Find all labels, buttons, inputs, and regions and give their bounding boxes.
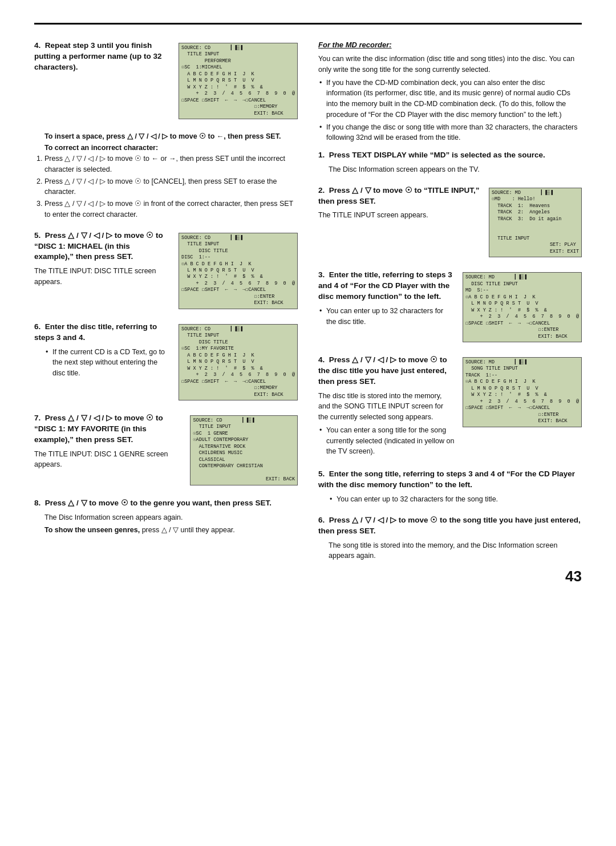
md-step-3-text: 3. Enter the title, referring to steps 3…: [318, 270, 455, 329]
md-step-3-lcd-area: SOURCE: MD ▎▐▒▐ DISC TITLE INPUT MD S:--…: [463, 270, 582, 345]
for-md-title: For the MD recorder:: [318, 41, 582, 49]
md-step-6-heading: 6. Press △ / ▽ / ◁ / ▷ to move ☉ to the …: [318, 515, 582, 537]
right-column: For the MD recorder: You can write the d…: [318, 41, 582, 572]
step-8-note1: The Disc Information screen appears agai…: [44, 512, 298, 523]
step-6-with-lcd: 6. Enter the disc title, referring to st…: [34, 322, 298, 403]
step-4-heading: 4. Repeat step 3 until you finish puttin…: [34, 41, 171, 73]
top-border: [34, 23, 582, 25]
md-step-1-heading: 1. Press TEXT DISPLAY while “MD” is sele…: [318, 150, 582, 161]
step-4-lcd-area: SOURCE: CD ▎▐▒▐ TITLE INPUT PERFORMER ☉S…: [179, 41, 298, 122]
step-5-with-lcd: 5. Press △ / ▽ / ◁ / ▷ to move ☉ to “DIS…: [34, 230, 298, 311]
step-4-text: 4. Repeat step 3 until you finish puttin…: [34, 41, 171, 76]
step-4-sub2: To correct an incorrect character:: [44, 144, 298, 152]
md-step-4-note1: The disc title is stored into the memory…: [318, 391, 455, 423]
step-4-block: 4. Repeat step 3 until you finish puttin…: [34, 41, 298, 220]
md-step-5-bullet: You can enter up to 32 characters for th…: [329, 494, 582, 505]
step-7-block: 7. Press △ / ▽ / ◁ / ▷ to move ☉ to “DIS…: [34, 413, 298, 488]
step-5-note: The TITLE INPUT: DISC TITLE screen appea…: [34, 266, 171, 288]
step-7-lcd: SOURCE: CD ▎▐▒▐ TITLE INPUT ☉SC 1 GENRE …: [190, 415, 298, 485]
md-step-2-note: The TITLE INPUT screen appears.: [318, 210, 481, 221]
md-step-6-block: 6. Press △ / ▽ / ◁ / ▷ to move ☉ to the …: [318, 515, 582, 561]
md-step-3-with-lcd: 3. Enter the title, referring to steps 3…: [318, 270, 582, 345]
step-5-block: 5. Press △ / ▽ / ◁ / ▷ to move ☉ to “DIS…: [34, 230, 298, 311]
step-6-bullet: If the current CD is a CD Text, go to th…: [44, 347, 171, 379]
two-column-layout: 4. Repeat step 3 until you finish puttin…: [34, 41, 582, 572]
page-container: 4. Repeat step 3 until you finish puttin…: [0, 0, 616, 606]
md-step-1-note: The Disc Information screen appears on t…: [329, 164, 582, 175]
step-5-lcd-area: SOURCE: CD ▎▐▒▐ TITLE INPUT DISC TITLE D…: [179, 230, 298, 311]
md-step-2-text: 2. Press △ / ▽ to move ☉ to “TITLE INPUT…: [318, 185, 481, 224]
step-8-heading: 8. Press △ / ▽ to move ☉ to the genre yo…: [34, 498, 298, 509]
step-4-sub1: To insert a space, press △ / ▽ / ◁ / ▷ t…: [44, 132, 298, 140]
step-6-lcd: SOURCE: CD ▎▐▒▐ TITLE INPUT DISC TITLE ☉…: [179, 324, 298, 400]
page-number: 43: [565, 568, 582, 585]
step-4-with-lcd: 4. Repeat step 3 until you finish puttin…: [34, 41, 298, 122]
md-step-1-block: 1. Press TEXT DISPLAY while “MD” is sele…: [318, 150, 582, 175]
step-8-sub: To show the unseen genres, press △ / ▽ u…: [44, 525, 298, 536]
md-step-4-lcd: SOURCE: MD ▎▐▒▐ SONG TITLE INPUT TRACK 1…: [463, 357, 582, 427]
md-intro: You can write the disc information (disc…: [318, 54, 582, 75]
md-step-5-block: 5. Enter the song title, referring to st…: [318, 469, 582, 505]
md-step-3-lcd: SOURCE: MD ▎▐▒▐ DISC TITLE INPUT MD S:--…: [463, 272, 582, 342]
md-step-4-heading: 4. Press △ / ▽ / ◁ / ▷ to move ☉ to the …: [318, 355, 455, 387]
md-step-4-lcd-area: SOURCE: MD ▎▐▒▐ SONG TITLE INPUT TRACK 1…: [463, 355, 582, 430]
step-8-sub-label: To show the unseen genres,: [44, 526, 140, 534]
step-7-text: 7. Press △ / ▽ / ◁ / ▷ to move ☉ to “DIS…: [34, 413, 182, 472]
md-step-3-heading: 3. Enter the title, referring to steps 3…: [318, 270, 455, 302]
step-7-with-lcd: 7. Press △ / ▽ / ◁ / ▷ to move ☉ to “DIS…: [34, 413, 298, 488]
md-step-4-bullet: You can enter a song title for the song …: [318, 425, 455, 457]
step-4-item-3: Press △ / ▽ / ◁ / ▷ to move ☉ in front o…: [44, 199, 298, 220]
step-7-note: The TITLE INPUT: DISC 1 GENRE screen app…: [34, 449, 182, 471]
step-6-heading: 6. Enter the disc title, referring to st…: [34, 322, 171, 343]
md-step-4-block: 4. Press △ / ▽ / ◁ / ▷ to move ☉ to the …: [318, 355, 582, 459]
md-bullet-1: If you have the CD-MD combination deck, …: [318, 78, 582, 120]
step-8-block: 8. Press △ / ▽ to move ☉ to the genre yo…: [34, 498, 298, 536]
md-step-2-lcd-area: SOURCE: MD ▎▐▒▐ ☉MD : Hello! TRACK 1: He…: [489, 185, 582, 260]
step-6-lcd-area: SOURCE: CD ▎▐▒▐ TITLE INPUT DISC TITLE ☉…: [179, 322, 298, 403]
md-bullet-2: If you change the disc or song title wit…: [318, 122, 582, 144]
step-5-lcd: SOURCE: CD ▎▐▒▐ TITLE INPUT DISC TITLE D…: [179, 233, 298, 309]
step-8-sub-text: press △ / ▽ until they appear.: [142, 526, 235, 534]
md-step-2-lcd: SOURCE: MD ▎▐▒▐ ☉MD : Hello! TRACK 1: He…: [489, 188, 582, 258]
md-step-6-note: The song title is stored into the memory…: [329, 540, 582, 562]
md-step-3-bullet: You can enter up to 32 characters for th…: [318, 306, 455, 327]
left-column: 4. Repeat step 3 until you finish puttin…: [34, 41, 298, 572]
md-step-2-block: 2. Press △ / ▽ to move ☉ to “TITLE INPUT…: [318, 185, 582, 260]
md-step-3-block: 3. Enter the title, referring to steps 3…: [318, 270, 582, 345]
step-6-text: 6. Enter the disc title, referring to st…: [34, 322, 171, 381]
md-step-2-heading: 2. Press △ / ▽ to move ☉ to “TITLE INPUT…: [318, 185, 481, 207]
md-step-4-text: 4. Press △ / ▽ / ◁ / ▷ to move ☉ to the …: [318, 355, 455, 459]
step-4-lcd: SOURCE: CD ▎▐▒▐ TITLE INPUT PERFORMER ☉S…: [179, 43, 298, 119]
step-7-heading: 7. Press △ / ▽ / ◁ / ▷ to move ☉ to “DIS…: [34, 413, 182, 446]
step-4-item-1: Press △ / ▽ / ◁ / ▷ to move ☉ to ← or →,…: [44, 153, 298, 175]
step-7-lcd-area: SOURCE: CD ▎▐▒▐ TITLE INPUT ☉SC 1 GENRE …: [190, 413, 298, 488]
step-4-list: Press △ / ▽ / ◁ / ▷ to move ☉ to ← or →,…: [44, 153, 298, 220]
step-4-item-2: Press △ / ▽ / ◁ / ▷ to move ☉ to [CANCEL…: [44, 176, 298, 198]
md-step-5-heading: 5. Enter the song title, referring to st…: [318, 469, 582, 491]
step-5-heading: 5. Press △ / ▽ / ◁ / ▷ to move ☉ to “DIS…: [34, 230, 171, 263]
md-step-4-with-lcd: 4. Press △ / ▽ / ◁ / ▷ to move ☉ to the …: [318, 355, 582, 459]
step-5-text: 5. Press △ / ▽ / ◁ / ▷ to move ☉ to “DIS…: [34, 230, 171, 290]
step-6-block: 6. Enter the disc title, referring to st…: [34, 322, 298, 403]
md-step-2-with-lcd: 2. Press △ / ▽ to move ☉ to “TITLE INPUT…: [318, 185, 582, 260]
